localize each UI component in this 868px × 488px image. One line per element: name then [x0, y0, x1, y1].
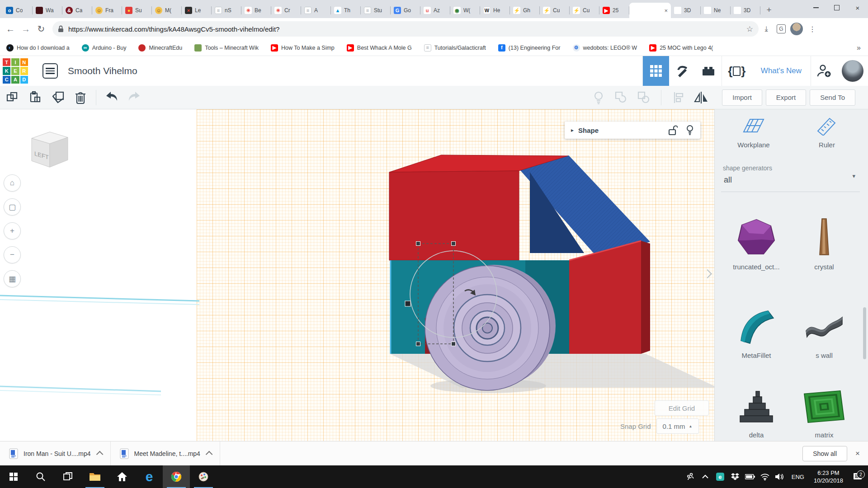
shape-s-wall[interactable]: s wall: [793, 305, 856, 359]
dropbox-icon[interactable]: [729, 473, 741, 480]
ruler-tool[interactable]: Ruler: [795, 116, 859, 149]
people-icon[interactable]: [684, 473, 696, 481]
tinkercad-logo[interactable]: TINKERCAD: [3, 58, 28, 84]
back-icon[interactable]: ←: [3, 24, 18, 34]
browser-menu-icon[interactable]: ⋮: [805, 25, 820, 33]
browser-tab[interactable]: ▶25: [599, 3, 629, 18]
bookmark-item[interactable]: ◐How do I download a: [6, 44, 70, 52]
downloads-close-icon[interactable]: ×: [855, 449, 860, 458]
download-menu-chevron-icon[interactable]: [206, 451, 213, 458]
translate-icon[interactable]: G: [777, 24, 786, 33]
panel-collapse-icon[interactable]: [702, 264, 713, 284]
browser-tab[interactable]: 3D: [671, 3, 701, 18]
shape-truncated-oct[interactable]: truncated_oct...: [725, 216, 788, 271]
browser-tab[interactable]: ✳Be: [241, 3, 271, 18]
design-menu-icon[interactable]: [42, 63, 58, 79]
blue-wedge-shape[interactable]: [520, 155, 650, 257]
browser-tab[interactable]: ⚡Cu: [540, 3, 570, 18]
browser-tab[interactable]: 3D: [731, 3, 760, 18]
action-center-icon[interactable]: 2: [850, 472, 865, 481]
zoom-in-button[interactable]: +: [4, 222, 21, 239]
shape-generators-select[interactable]: all: [724, 175, 732, 185]
duplicate-button[interactable]: [51, 90, 65, 105]
battery-icon[interactable]: [744, 474, 756, 479]
show-all-downloads-button[interactable]: Show all: [802, 446, 847, 461]
bookmark-item[interactable]: ▶25 MOC with Lego 4(: [649, 44, 713, 52]
bookmark-item[interactable]: MinecraftEdu: [138, 44, 182, 52]
browser-tab[interactable]: oCo: [3, 3, 33, 18]
viewport[interactable]: LEFT ⌂ ▢ + − ▦ ▸ Shape Edit Grid Snap Gr…: [0, 109, 868, 441]
bookmark-item[interactable]: ≡Tutorials/Galacticraft: [424, 44, 486, 52]
browser-tab[interactable]: ≡A: [301, 3, 331, 18]
browser-tab[interactable]: ▲Th: [331, 3, 361, 18]
browser-tab[interactable]: GGo: [391, 3, 420, 18]
browser-tab[interactable]: ≡nS: [212, 3, 241, 18]
browser-tab[interactable]: Ne: [701, 3, 731, 18]
view-cube[interactable]: LEFT: [24, 124, 78, 174]
zoom-out-button[interactable]: −: [4, 246, 21, 263]
volume-icon[interactable]: [774, 473, 786, 480]
user-avatar[interactable]: [842, 60, 863, 82]
align-button[interactable]: [671, 90, 686, 105]
copy-button[interactable]: [5, 90, 20, 105]
reload-icon[interactable]: ↻: [33, 23, 49, 34]
download-item[interactable]: Meet Madeline, t....mp4: [111, 441, 220, 465]
download-icon[interactable]: ⤓: [759, 25, 774, 33]
whats-new-link[interactable]: What's New: [752, 66, 811, 75]
language-indicator[interactable]: ENG: [789, 474, 807, 480]
home-view-button[interactable]: ⌂: [4, 174, 21, 192]
minecraft-mode-button[interactable]: [669, 56, 695, 86]
taskbar-edge[interactable]: e: [136, 465, 163, 488]
browser-tab[interactable]: ◉W(: [450, 3, 480, 18]
send-to-button[interactable]: Send To: [810, 89, 855, 106]
workplane-tool[interactable]: Workplane: [722, 116, 785, 149]
browser-tab[interactable]: Wa: [33, 3, 62, 18]
shape-crystal[interactable]: crystal: [793, 216, 856, 271]
ungroup-button[interactable]: [637, 90, 651, 105]
browser-tab-active[interactable]: ×: [629, 3, 671, 18]
new-tab-button[interactable]: +: [762, 3, 776, 17]
perspective-toggle-button[interactable]: ▦: [4, 270, 21, 287]
right-red-box-shape[interactable]: [569, 241, 650, 354]
shape-delta[interactable]: delta: [725, 384, 788, 439]
browser-tab[interactable]: ☺Fra: [92, 3, 122, 18]
show-all-hidden-button[interactable]: [591, 90, 606, 105]
group-button[interactable]: [614, 90, 628, 105]
browser-tab[interactable]: ☺M(: [152, 3, 182, 18]
bookmark-item[interactable]: ▶Best Whack A Mole G: [347, 44, 412, 52]
forward-icon[interactable]: →: [18, 24, 33, 34]
taskbar-search[interactable]: [27, 465, 54, 488]
taskbar-paint[interactable]: [190, 465, 217, 488]
brick-mode-button[interactable]: [695, 56, 722, 86]
shape-metafillet[interactable]: MetaFillet: [725, 305, 788, 359]
taskbar-file-explorer[interactable]: [81, 465, 108, 488]
shape-matrix[interactable]: matrix: [793, 384, 856, 439]
generators-caret-icon[interactable]: ▾: [852, 173, 855, 179]
panel-scrollbar[interactable]: [863, 307, 866, 359]
task-view-button[interactable]: [54, 465, 81, 488]
delete-button[interactable]: [73, 90, 88, 105]
3d-design-mode-button[interactable]: [643, 56, 669, 86]
bookmarks-overflow-icon[interactable]: »: [857, 44, 861, 52]
import-button[interactable]: Import: [722, 89, 762, 106]
snap-grid-select[interactable]: 0.1 mm ▲: [656, 418, 699, 434]
window-minimize-button[interactable]: [806, 0, 826, 15]
eset-icon[interactable]: e: [714, 473, 726, 481]
bookmark-item[interactable]: ▶How To Make a Simp: [271, 44, 335, 52]
undo-button[interactable]: [104, 90, 119, 105]
download-menu-chevron-icon[interactable]: [96, 451, 103, 458]
browser-tab[interactable]: &Ca: [62, 3, 92, 18]
taskbar-home-app[interactable]: [108, 465, 136, 488]
taskbar-clock[interactable]: 6:23 PM 10/20/2018: [810, 469, 847, 484]
browser-tab[interactable]: WHe: [480, 3, 510, 18]
side-handle[interactable]: [405, 301, 410, 306]
download-item[interactable]: Iron Man - Suit U....mp4: [0, 441, 111, 465]
start-button[interactable]: [0, 465, 27, 488]
taskbar-chrome[interactable]: [163, 465, 190, 488]
export-button[interactable]: Export: [766, 89, 806, 106]
hide-lightbulb-icon[interactable]: [686, 125, 694, 136]
expand-caret-icon[interactable]: ▸: [571, 127, 574, 133]
edit-grid-button[interactable]: Edit Grid: [655, 400, 709, 416]
browser-tab[interactable]: ≡Stu: [361, 3, 391, 18]
browser-tab[interactable]: uAz: [420, 3, 450, 18]
